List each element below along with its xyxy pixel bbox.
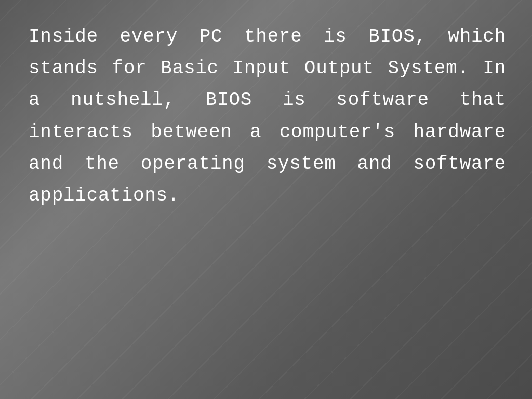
bios-description-text: Inside every PC there is BIOS, which sta… (0, 0, 532, 232)
